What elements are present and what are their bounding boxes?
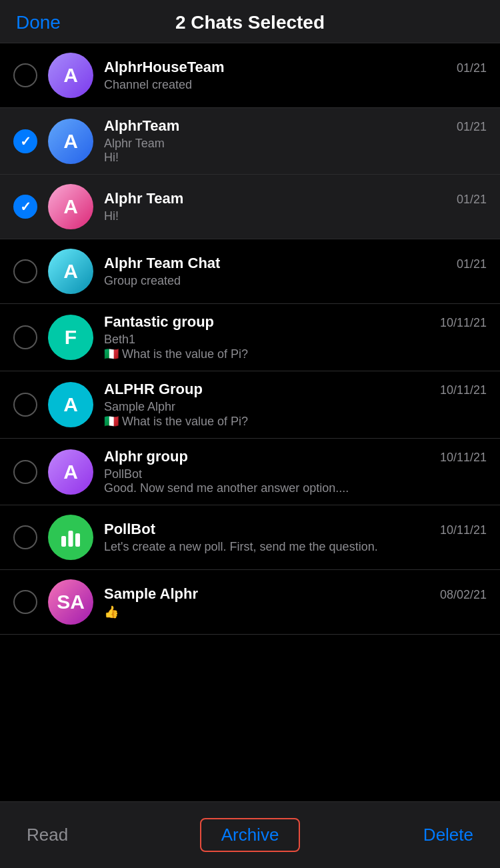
svg-rect-0 [61, 536, 66, 547]
chat-sub1-alphr-team: Alphr Team [104, 137, 487, 151]
chat-date-alphr-team-chat: 01/21 [457, 257, 487, 271]
read-button[interactable]: Read [27, 825, 200, 845]
chat-sub1-sample-alphr: 👍 [104, 605, 487, 619]
chat-item-alphr-group2[interactable]: AAlphr group10/11/21PollBotGood. Now sen… [0, 439, 500, 505]
chat-name-alphr-team2: Alphr Team [104, 190, 183, 207]
chat-date-sample-alphr: 08/02/21 [440, 588, 487, 602]
chat-list: AAlphrHouseTeam01/21Channel createdAAlph… [0, 43, 500, 797]
checkbox-alphr-group[interactable] [13, 393, 37, 417]
checkbox-sample-alphr[interactable] [13, 590, 37, 614]
chat-name-alphr-team: AlphrTeam [104, 117, 179, 135]
chat-name-alphr-team-chat: Alphr Team Chat [104, 255, 220, 272]
chat-name-alphr-house-team: AlphrHouseTeam [104, 59, 225, 76]
chat-name-alphr-group2: Alphr group [104, 448, 188, 465]
chat-date-alphr-group2: 10/11/21 [440, 451, 487, 465]
chat-name-alphr-group: ALPHR Group [104, 381, 203, 398]
header: Done 2 Chats Selected [0, 0, 500, 43]
chat-info-alphr-team: AlphrTeam01/21Alphr TeamHi! [104, 117, 487, 165]
chat-sub2-alphr-group2: Good. Now send me another answer option.… [104, 481, 487, 495]
avatar-alphr-team: A [48, 119, 93, 164]
chat-sub1-fantastic-group: Beth1 [104, 333, 487, 347]
chat-date-alphr-group: 10/11/21 [440, 383, 487, 397]
checkbox-alphr-group2[interactable] [13, 460, 37, 484]
avatar-alphr-team-chat: A [48, 249, 93, 294]
chat-name-pollbot: PollBot [104, 521, 155, 538]
chat-sub1-alphr-group2: PollBot [104, 467, 487, 481]
chat-item-alphr-group[interactable]: AALPHR Group10/11/21Sample Alphr🇮🇹 What … [0, 371, 500, 439]
chat-info-alphr-house-team: AlphrHouseTeam01/21Channel created [104, 59, 487, 92]
chat-item-alphr-team-chat[interactable]: AAlphr Team Chat01/21Group created [0, 239, 500, 304]
archive-button[interactable]: Archive [200, 818, 301, 852]
chat-info-pollbot: PollBot10/11/21Let's create a new poll. … [104, 521, 487, 554]
chat-item-fantastic-group[interactable]: FFantastic group10/11/21Beth1🇮🇹 What is … [0, 304, 500, 371]
chat-info-alphr-team-chat: Alphr Team Chat01/21Group created [104, 255, 487, 288]
chat-sub1-alphr-team2: Hi! [104, 209, 487, 223]
chat-date-fantastic-group: 10/11/21 [440, 316, 487, 330]
avatar-alphr-house-team: A [48, 53, 93, 98]
checkbox-alphr-team-chat[interactable] [13, 259, 37, 283]
chat-info-sample-alphr: Sample Alphr08/02/21👍 [104, 585, 487, 619]
chat-info-alphr-team2: Alphr Team01/21Hi! [104, 190, 487, 223]
svg-rect-1 [69, 531, 73, 547]
avatar-sample-alphr: SA [48, 579, 93, 625]
avatar-alphr-group2: A [48, 449, 93, 495]
chat-item-sample-alphr[interactable]: SASample Alphr08/02/21👍 [0, 570, 500, 635]
chat-item-alphr-team[interactable]: AAlphrTeam01/21Alphr TeamHi! [0, 108, 500, 175]
chat-sub1-alphr-team-chat: Group created [104, 274, 487, 288]
chat-name-fantastic-group: Fantastic group [104, 313, 214, 331]
avatar-alphr-team2: A [48, 184, 93, 229]
done-button[interactable]: Done [16, 12, 61, 33]
svg-rect-2 [75, 533, 80, 547]
chat-sub1-alphr-house-team: Channel created [104, 78, 487, 92]
bottom-bar: Read Archive Delete [0, 801, 500, 868]
chat-date-pollbot: 10/11/21 [440, 523, 487, 537]
checkbox-alphr-house-team[interactable] [13, 63, 37, 87]
chat-sub1-pollbot: Let's create a new poll. First, send me … [104, 540, 487, 554]
checkbox-pollbot[interactable] [13, 525, 37, 549]
chat-item-pollbot[interactable]: PollBot10/11/21Let's create a new poll. … [0, 505, 500, 570]
chat-sub2-fantastic-group: 🇮🇹 What is the value of Pi? [104, 347, 487, 361]
delete-button[interactable]: Delete [300, 825, 473, 845]
checkbox-fantastic-group[interactable] [13, 325, 37, 349]
chat-date-alphr-team: 01/21 [457, 120, 487, 134]
chat-info-alphr-group: ALPHR Group10/11/21Sample Alphr🇮🇹 What i… [104, 381, 487, 429]
chat-sub1-alphr-group: Sample Alphr [104, 400, 487, 414]
avatar-pollbot [48, 515, 93, 560]
chat-date-alphr-house-team: 01/21 [457, 61, 487, 75]
chat-sub2-alphr-team: Hi! [104, 151, 487, 165]
chat-sub2-alphr-group: 🇮🇹 What is the value of Pi? [104, 414, 487, 429]
chat-item-alphr-team2[interactable]: AAlphr Team01/21Hi! [0, 175, 500, 239]
chat-name-sample-alphr: Sample Alphr [104, 585, 198, 603]
checkbox-alphr-team2[interactable] [13, 195, 37, 219]
chat-info-alphr-group2: Alphr group10/11/21PollBotGood. Now send… [104, 448, 487, 495]
chat-info-fantastic-group: Fantastic group10/11/21Beth1🇮🇹 What is t… [104, 313, 487, 361]
chat-item-alphr-house-team[interactable]: AAlphrHouseTeam01/21Channel created [0, 43, 500, 108]
avatar-fantastic-group: F [48, 315, 93, 360]
chat-date-alphr-team2: 01/21 [457, 193, 487, 207]
avatar-alphr-group: A [48, 382, 93, 427]
checkbox-alphr-team[interactable] [13, 129, 37, 153]
header-title: 2 Chats Selected [175, 12, 325, 33]
